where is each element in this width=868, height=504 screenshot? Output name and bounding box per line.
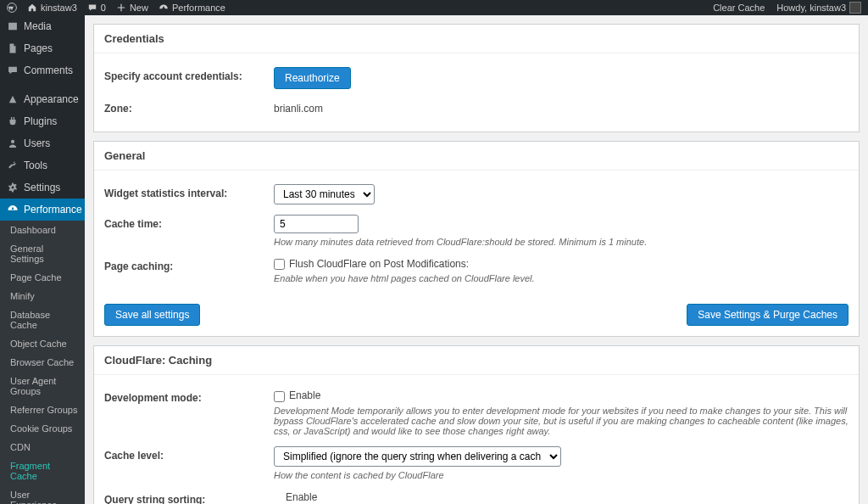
dev-mode-enable-label[interactable]: Enable: [274, 389, 320, 401]
qss-label: Query string sorting:: [104, 490, 274, 504]
tool-icon: [7, 160, 19, 171]
sidebar-sub-cdn[interactable]: CDN: [0, 438, 85, 456]
media-icon: [7, 20, 19, 32]
appearance-icon: [7, 93, 19, 105]
dev-mode-desc: Development Mode temporarily allows you …: [274, 406, 849, 436]
cloudflare-caching-box: CloudFlare: Caching Development mode: En…: [93, 345, 860, 504]
page-caching-label: Page caching:: [104, 257, 274, 272]
avatar: [849, 2, 861, 14]
main-content: Credentials Specify account credentials:…: [85, 15, 868, 504]
cache-time-label: Cache time:: [104, 215, 274, 230]
plugin-icon: [7, 115, 19, 127]
gauge-icon: [159, 3, 169, 13]
dev-mode-label: Development mode:: [104, 389, 274, 404]
perf-icon: [7, 204, 19, 216]
cache-level-select[interactable]: Simplified (ignore the query string when…: [274, 446, 561, 467]
home-icon: [27, 3, 37, 13]
credentials-box: Credentials Specify account credentials:…: [93, 24, 860, 132]
new-content[interactable]: New: [116, 3, 148, 13]
cache-time-input[interactable]: [274, 215, 359, 233]
specify-credentials-label: Specify account credentials:: [104, 67, 274, 82]
sidebar-item-comments[interactable]: Comments: [0, 59, 85, 81]
sidebar-sub-user-experience[interactable]: User Experience: [0, 485, 85, 504]
plus-icon: [116, 3, 126, 13]
performance-menu[interactable]: Performance: [159, 3, 225, 13]
save-all-button[interactable]: Save all settings: [104, 304, 200, 326]
qss-enable-label[interactable]: Enable: [286, 491, 317, 503]
svg-point-1: [11, 140, 14, 143]
page-caching-desc: Enable when you have html pages cached o…: [274, 273, 849, 283]
cf-title: CloudFlare: Caching: [94, 346, 859, 375]
sidebar-sub-dashboard[interactable]: Dashboard: [0, 221, 85, 239]
settings-icon: [7, 182, 19, 193]
sidebar-item-media[interactable]: Media: [0, 15, 85, 37]
dev-mode-checkbox[interactable]: [274, 391, 285, 402]
cache-time-desc: How many minutes data retrieved from Clo…: [274, 237, 849, 247]
sidebar-sub-cookie-groups[interactable]: Cookie Groups: [0, 419, 85, 438]
general-title: General: [94, 142, 859, 171]
sidebar-sub-user-agent-groups[interactable]: User Agent Groups: [0, 372, 85, 400]
sidebar-sub-minify[interactable]: Minify: [0, 287, 85, 305]
sidebar-sub-object-cache[interactable]: Object Cache: [0, 334, 85, 353]
sidebar-sub-browser-cache[interactable]: Browser Cache: [0, 353, 85, 372]
sidebar-item-settings[interactable]: Settings: [0, 176, 85, 199]
comments-count[interactable]: 0: [87, 3, 106, 13]
admin-toolbar: kinstaw3 0 New Performance Clear Cache H…: [0, 0, 868, 15]
sidebar-item-appearance[interactable]: Appearance: [0, 88, 85, 110]
reauthorize-button[interactable]: Reauthorize: [274, 67, 351, 89]
user-icon: [7, 137, 19, 149]
save-purge-button[interactable]: Save Settings & Purge Caches: [687, 304, 849, 326]
cache-level-label: Cache level:: [104, 446, 274, 462]
clear-cache-link[interactable]: Clear Cache: [713, 3, 765, 13]
sidebar-sub-general-settings[interactable]: General Settings: [0, 239, 85, 268]
sidebar-item-users[interactable]: Users: [0, 132, 85, 154]
comment-icon: [7, 64, 19, 76]
sidebar-sub-page-cache[interactable]: Page Cache: [0, 268, 85, 287]
zone-label: Zone:: [104, 99, 274, 115]
flush-checkbox[interactable]: [274, 259, 285, 270]
sidebar-item-tools[interactable]: Tools: [0, 154, 85, 176]
sidebar-sub-referrer-groups[interactable]: Referrer Groups: [0, 400, 85, 419]
cache-level-desc: How the content is cached by CloudFlare: [274, 470, 849, 480]
page-icon: [7, 42, 19, 54]
sidebar-sub-fragment-cache[interactable]: Fragment Cache: [0, 456, 85, 485]
sidebar-sub-database-cache[interactable]: Database Cache: [0, 305, 85, 334]
flush-checkbox-label[interactable]: Flush CloudFlare on Post Modifications:: [274, 258, 469, 270]
interval-label: Widget statistics interval:: [104, 184, 274, 199]
howdy-account[interactable]: Howdy, kinstaw3: [776, 2, 861, 14]
wordpress-logo-icon[interactable]: [7, 3, 17, 13]
admin-sidebar: MediaPagesCommentsAppearancePluginsUsers…: [0, 15, 85, 504]
interval-select[interactable]: Last 30 minutes: [274, 184, 375, 204]
credentials-title: Credentials: [94, 25, 859, 53]
sidebar-item-pages[interactable]: Pages: [0, 37, 85, 59]
sidebar-item-plugins[interactable]: Plugins: [0, 110, 85, 132]
zone-value: brianli.com: [274, 99, 849, 115]
general-box: General Widget statistics interval: Last…: [93, 141, 860, 337]
sidebar-item-performance[interactable]: Performance: [0, 199, 85, 221]
comment-icon: [87, 3, 97, 13]
svg-point-2: [12, 187, 14, 189]
site-name[interactable]: kinstaw3: [27, 3, 77, 13]
